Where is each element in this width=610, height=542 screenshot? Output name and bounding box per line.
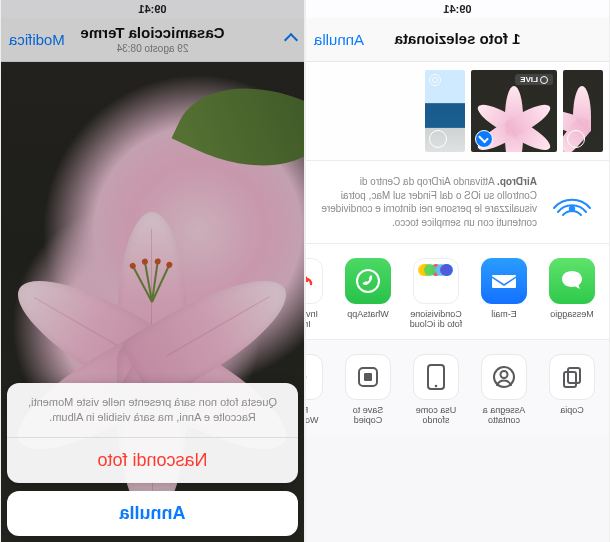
selection-ring-icon [567,130,585,148]
share-action-wallpaper[interactable]: Usa come sfondo [409,354,463,425]
burst-icon [429,74,441,86]
share-apps-row[interactable]: MessaggioE-mailCondivisione foto di iClo… [306,244,609,340]
action-label: Assegna a contatto [477,405,531,425]
photo-detail-pane: 09:41 Casamicciola Terme 29 agosto 08:34… [0,0,305,542]
messaggio-icon [549,258,595,304]
hide-photo-button[interactable]: Nascondi foto [7,438,298,483]
selection-ring-icon [429,130,447,148]
status-bar: 09:41 [306,0,609,18]
status-time: 09:41 [138,3,166,15]
share-action-copy[interactable]: Copia [545,354,599,425]
save-icon [345,354,391,400]
sheet-message: Questa foto non sarà presente nelle vist… [7,383,298,438]
action-label: Save to Copied [341,405,395,425]
share-cancel-label: Annulla [314,31,364,48]
chevron-left-icon [284,32,298,46]
action-sheet: Questa foto non sarà presente nelle vist… [7,383,298,536]
action-label: Run Workflow [306,405,327,425]
icloud-photo-sharing-icon [413,258,459,304]
share-app-whatsapp[interactable]: WhatsApp [341,258,395,329]
airdrop-text: AirDrop. Attivando AirDrop da Centro di … [320,175,537,229]
edit-button[interactable]: Modifica [9,31,77,48]
wallpaper-icon [413,354,459,400]
app-label: Messaggio [550,309,594,329]
share-app-infinit[interactable]: Invia con Infinit [306,258,327,329]
nav-back-button[interactable] [228,35,296,45]
share-action-save-copied[interactable]: Save to Copied [341,354,395,425]
checkmark-icon [475,130,493,148]
svg-rect-4 [564,372,576,387]
app-label: Condivisione foto di iCloud [409,309,463,329]
share-app-messaggio[interactable]: Messaggio [545,258,599,329]
contact-icon [481,354,527,400]
infinit-icon [306,258,323,304]
svg-rect-3 [568,368,580,383]
share-actions-row[interactable]: CopiaAssegna a contattoUsa come sfondoSa… [306,340,609,435]
thumbnail-scroller[interactable]: LIVE [306,62,609,160]
share-action-run-workflow[interactable]: Run Workflow [306,354,327,425]
airdrop-icon [549,179,595,225]
share-nav-header: 1 foto selezionata Annulla [306,18,609,62]
share-action-assign-contact[interactable]: Assegna a contatto [477,354,531,425]
action-label: Copia [560,405,584,425]
action-label: Usa come sfondo [409,405,463,425]
svg-point-8 [435,385,438,388]
share-app-email[interactable]: E-mail [477,258,531,329]
status-bar: 09:41 [1,0,304,18]
svg-rect-10 [364,373,372,381]
share-app-icloud-photo-sharing[interactable]: Condivisione foto di iCloud [409,258,463,329]
share-cancel-button[interactable]: Annulla [314,31,382,48]
whatsapp-icon [345,258,391,304]
thumbnail[interactable] [425,70,465,152]
thumbnail-selected[interactable]: LIVE [471,70,557,152]
nav-header: Casamicciola Terme 29 agosto 08:34 Modif… [1,18,304,62]
share-sheet-pane: 09:41 1 foto selezionata Annulla LIVE [305,0,610,542]
thumbnail[interactable] [563,70,603,152]
svg-point-6 [501,371,508,378]
svg-point-2 [357,270,379,292]
airdrop-section[interactable]: AirDrop. Attivando AirDrop da Centro di … [306,160,609,244]
edit-label: Modifica [9,31,65,48]
copy-icon [549,354,595,400]
app-label: WhatsApp [347,309,389,329]
app-label: E-mail [491,309,517,329]
workflow-icon [306,354,323,400]
app-label: Invia con Infinit [306,309,327,329]
email-icon [481,258,527,304]
cancel-button[interactable]: Annulla [7,491,298,536]
status-time: 09:41 [443,3,471,15]
